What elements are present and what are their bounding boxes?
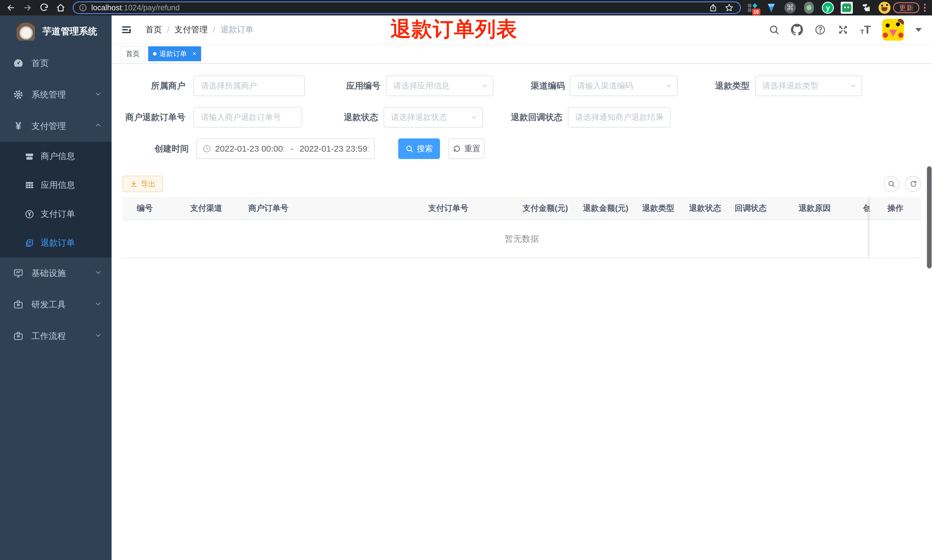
page-content: 所属商户 应用编号 请选择应用信息 渠道编码 请输入渠道编码 退款类型 请选择退…: [112, 63, 932, 560]
page-scrollbar[interactable]: [927, 166, 931, 268]
column-header: 支付金额(元): [523, 203, 583, 214]
github-link-button[interactable]: [791, 24, 803, 36]
extension-emoji-icon[interactable]: [878, 2, 891, 14]
reset-button[interactable]: 重置: [449, 138, 484, 159]
back-icon: [6, 3, 16, 12]
extension-puzzle-icon[interactable]: [859, 2, 872, 14]
chevron-down-icon: [94, 331, 102, 341]
breadcrumb-home[interactable]: 首页: [145, 24, 162, 35]
channel-select-placeholder: 请输入渠道编码: [570, 80, 677, 91]
channel-select[interactable]: 请输入渠道编码: [569, 75, 678, 96]
fullscreen-button[interactable]: [837, 24, 849, 35]
merchant-refund-no-input-field[interactable]: [194, 108, 301, 127]
sidebar-item-refund-order[interactable]: 退款订单: [0, 229, 112, 257]
clock-icon: [203, 145, 211, 153]
tag-refund-order[interactable]: 退款订单 ×: [148, 46, 201, 61]
toggle-search-button[interactable]: [883, 176, 900, 192]
sidebar-item-dev-tools[interactable]: 研发工具: [0, 289, 112, 320]
table-empty-row: 暂无数据: [122, 220, 921, 258]
extension-tabs-icon[interactable]: 10: [746, 2, 759, 14]
table-header-row: 编号 支付渠道 商户订单号 支付订单号 支付金额(元) 退款金额(元) 退款类型…: [122, 197, 921, 220]
refresh-table-button[interactable]: [905, 176, 921, 192]
bookmark-button[interactable]: [723, 2, 735, 14]
column-header: 回调状态: [735, 203, 799, 214]
sidebar-item-infra[interactable]: 基础设施: [0, 257, 112, 289]
tag-label: 首页: [126, 49, 140, 58]
channel-code-label: 渠道编码: [494, 80, 565, 92]
forward-icon: [23, 3, 32, 12]
notify-status-select[interactable]: 请选择通知商户退款结果: [568, 107, 671, 128]
sidebar-item-pay[interactable]: ¥ 支付管理: [0, 111, 112, 142]
sidebar-item-workflow[interactable]: 工作流程: [0, 320, 112, 352]
export-button[interactable]: 导出: [122, 175, 163, 192]
sidebar-collapse-button[interactable]: [120, 23, 133, 36]
merchant-refund-no-input[interactable]: [193, 107, 302, 128]
merchant-input[interactable]: [193, 75, 305, 96]
app-no-label: 应用编号: [305, 80, 380, 92]
sidebar-item-label: 退款订单: [41, 237, 75, 249]
filter-row-3: 创建时间 2022-01-23 00:00:00 - 2022-01-23 23…: [122, 138, 921, 159]
search-button[interactable]: 搜索: [398, 138, 440, 159]
date-range-end[interactable]: 2022-01-23 23:59:59: [300, 144, 368, 154]
merchant-input-field[interactable]: [194, 76, 305, 95]
empty-text: 暂无数据: [504, 233, 539, 245]
app-select[interactable]: 请选择应用信息: [386, 75, 494, 96]
puzzle-icon: [860, 2, 871, 13]
create-time-range-picker[interactable]: 2022-01-23 00:00:00 - 2022-01-23 23:59:5…: [196, 138, 375, 159]
github-icon: [791, 24, 803, 36]
browser-update-button[interactable]: 更新: [893, 2, 920, 13]
home-icon: [56, 3, 66, 12]
extension-command-icon[interactable]: ⌘: [784, 2, 797, 14]
extension-oval-icon[interactable]: [803, 2, 815, 14]
refund-table: 编号 支付渠道 商户订单号 支付订单号 支付金额(元) 退款金额(元) 退款类型…: [122, 197, 921, 258]
yen-icon: ¥: [12, 121, 24, 131]
browser-back-button[interactable]: [5, 2, 17, 14]
extension-yuque-icon[interactable]: y: [821, 2, 834, 14]
column-header: 支付订单号: [428, 203, 523, 214]
address-bar[interactable]: localhost:1024/pay/refund: [73, 2, 741, 14]
search-icon: [769, 24, 780, 35]
help-button[interactable]: [814, 24, 826, 35]
table-fixed-action-column: 操作: [870, 197, 921, 259]
app-logo[interactable]: 芋道管理系统: [0, 15, 112, 48]
avatar-caret-icon[interactable]: [915, 28, 922, 32]
tag-close-icon[interactable]: ×: [192, 51, 196, 57]
sidebar-item-app-info[interactable]: 应用信息: [0, 171, 112, 200]
browser-forward-button[interactable]: [21, 2, 34, 14]
reset-button-label: 重置: [464, 143, 480, 154]
user-avatar[interactable]: [882, 19, 904, 41]
browser-home-button[interactable]: [54, 2, 67, 14]
site-info-icon[interactable]: [78, 3, 87, 12]
search-icon: [887, 180, 895, 188]
column-header: 支付渠道: [190, 203, 248, 214]
hamburger-icon: [121, 24, 132, 35]
search-button-label: 搜索: [417, 143, 433, 154]
url-text: localhost:1024/pay/refund: [91, 3, 180, 12]
browser-menu-button[interactable]: [924, 4, 926, 12]
sidebar-item-system[interactable]: 系统管理: [0, 79, 112, 111]
question-circle-icon: [814, 24, 826, 35]
chevron-down-icon: [470, 114, 478, 121]
date-range-start[interactable]: 2022-01-23 00:00:00: [215, 144, 284, 154]
share-icon: [709, 3, 717, 12]
font-size-button[interactable]: TT: [860, 24, 871, 35]
share-button[interactable]: [707, 2, 719, 14]
sidebar-item-pay-order[interactable]: 支付订单: [0, 200, 112, 229]
column-header: 退款类型: [642, 203, 689, 214]
refund-type-select[interactable]: 请选择退款类型: [755, 75, 862, 96]
update-label: 更新: [899, 3, 914, 12]
tag-home[interactable]: 首页: [121, 46, 145, 61]
download-icon: [130, 180, 138, 188]
breadcrumb-pay[interactable]: 支付管理: [174, 24, 208, 35]
tags-view-bar: 首页 退款订单 ×: [112, 44, 932, 63]
browser-reload-button[interactable]: [38, 2, 50, 14]
refund-status-select[interactable]: 请选择退款状态: [384, 107, 483, 128]
extension-balloon-icon[interactable]: [765, 2, 778, 14]
column-header: 编号: [137, 203, 190, 214]
extension-chat-icon[interactable]: [840, 2, 853, 14]
sidebar-item-home[interactable]: 首页: [0, 48, 112, 79]
yen-circle-icon: [24, 209, 35, 219]
header-search-button[interactable]: [769, 24, 780, 35]
chevron-down-icon: [665, 82, 672, 89]
sidebar-item-merchant-info[interactable]: 商户信息: [0, 142, 112, 171]
